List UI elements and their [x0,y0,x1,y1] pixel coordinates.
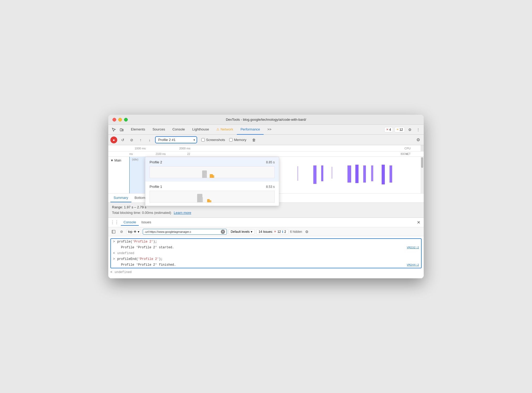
profile-2-time: 8.85 s [266,160,275,164]
maximize-button[interactable] [124,118,128,122]
minimap-spike-gray-2 [205,173,207,178]
purple-bar-14 [355,165,359,183]
more-options-icon[interactable]: ⋮ [415,126,422,133]
purple-bar-16 [371,165,373,181]
scrollbar-thumb[interactable] [421,157,423,168]
tab-console[interactable]: Console [169,125,189,135]
close-button[interactable] [112,118,116,122]
console-line-profile-end-cmd: profileEnd('Profile 2'); [111,256,421,262]
console-group: profile('Profile 2'); Profile 'Profile 2… [110,238,422,268]
hidden-count: 6 hidden [290,230,302,234]
profile-item-2[interactable]: Profile 2 8.85 s [145,157,279,182]
console-output: profile('Profile 2'); Profile 'Profile 2… [108,236,424,278]
sidebar-toggle-button[interactable] [110,229,117,235]
titlebar: DevTools - blog.google/technology/ai/cod… [108,115,424,125]
context-dropdown-icon: ▾ [138,230,139,234]
devtools-window: DevTools - blog.google/technology/ai/cod… [108,115,424,278]
console-filter[interactable]: -url:https://www.googletagmanager.c ✕ [143,229,227,235]
sub-mark-22: 22 [187,153,190,155]
console-tab-console[interactable]: Console [121,219,139,226]
tab-more[interactable]: >> [264,125,275,135]
profile-arg-1: 'Profile 2' [132,240,153,244]
purple-bar-10 [313,165,316,184]
profile-item-1[interactable]: Profile 1 8.53 s [145,182,279,206]
console-section: ⋮⋮ Console Issues ✕ ⊘ top 👁 ▾ [108,218,424,278]
tab-lighthouse[interactable]: Lighthouse [189,125,213,135]
profile-select-wrapper: Profile 2 #1 Profile 2 Profile 1 ▾ [155,136,197,143]
purple-bar-17 [382,165,385,184]
network-warning-icon: ⚠ [216,127,219,131]
screenshots-checkbox-label[interactable]: Screenshots [201,138,225,142]
screenshots-checkbox[interactable] [201,138,205,142]
settings-icon[interactable]: ⚙ [406,126,413,133]
capture-settings-button[interactable]: ⚙ [415,137,422,143]
checkbox-group: Screenshots Memory 🗑 [201,137,257,143]
net-800-label: 800 m [401,153,408,155]
memory-checkbox-label[interactable]: Memory [229,138,246,142]
tab-summary[interactable]: Summary [110,194,131,202]
purple-bar-18 [390,165,392,183]
context-select[interactable]: top 👁 ▾ [126,229,141,234]
svg-rect-1 [122,129,123,131]
svg-rect-2 [112,230,115,233]
console-settings-icon[interactable]: ⚙ [304,229,310,235]
purple-bar-11 [321,165,323,181]
tab-elements[interactable]: Elements [127,125,149,135]
filter-clear-button[interactable]: ✕ [221,230,225,234]
reload-record-button[interactable]: ↺ [119,137,126,143]
error-icon: ✕ [386,128,388,131]
tab-performance[interactable]: Performance [237,125,264,135]
close-console-button[interactable]: ✕ [415,219,422,226]
console-line-undefined-1: undefined [111,250,421,256]
timeline-ruler: 1000 ms 2000 ms CPU [108,145,424,152]
warning-count-badge[interactable]: ✕ 12 [395,127,405,132]
scrollbar[interactable] [421,157,424,193]
profile-arg-2: 'Profile 2' [138,257,159,261]
clear-console-button[interactable]: ⊘ [118,229,125,235]
profile-select[interactable]: Profile 2 #1 Profile 2 Profile 1 [155,136,197,143]
levels-select[interactable]: Default levels ▾ [228,229,255,234]
warning-icon: ✕ [396,128,399,131]
eye-icon: 👁 [134,230,137,234]
svg-rect-0 [120,129,122,131]
nav-right: ✕ 4 ✕ 12 ⚙ ⋮ [384,126,422,133]
device-toolbar-icon[interactable] [118,126,125,133]
right-labels: CPU [405,147,411,150]
console-tab-issues[interactable]: Issues [139,219,154,226]
sub-mark-2100: 2100 ms [156,153,166,155]
main-timeline-area: ▼ Main (idle) (idle) (...) [108,157,424,194]
sub-ruler: ms 2100 ms 22 NET 800 m [108,152,424,157]
purple-bar-9 [298,166,298,181]
download-button[interactable]: ↓ [146,137,153,143]
record-button[interactable]: ● [110,137,117,143]
purple-bar-12 [332,167,332,179]
purple-bar-15 [363,165,366,183]
undefined-2: undefined [115,270,132,274]
tab-network[interactable]: ⚠ Network [213,125,237,135]
profile-dropdown[interactable]: Profile 2 8.85 s Profile 1 [145,157,279,206]
console-line-profile-started: Profile 'Profile 2' started. VM232:2 [111,245,421,250]
ruler-mark-2000: 2000 ms [179,147,190,150]
memory-checkbox[interactable] [229,138,233,142]
sub-mark-ms: ms [129,153,133,155]
clear-button[interactable]: ⊘ [128,137,135,143]
profile-1-minimap [150,191,275,203]
vm244-link[interactable]: VM244:2 [407,263,419,267]
delete-profile-button[interactable]: 🗑 [250,137,257,143]
console-line-undefined-2: undefined [108,269,424,275]
inspect-icon[interactable] [110,126,117,133]
nav-icons [110,126,125,133]
main-label: ▼ Main [108,159,129,162]
console-drag-handle[interactable]: ⋮⋮ [110,220,119,225]
cpu-label: CPU [405,147,411,150]
vm232-link[interactable]: VM232:2 [407,245,419,250]
purple-bar-13 [347,165,351,183]
upload-button[interactable]: ↑ [137,137,144,143]
window-title: DevTools - blog.google/technology/ai/cod… [226,118,306,122]
error-count-badge[interactable]: ✕ 4 [384,127,393,132]
tab-sources[interactable]: Sources [149,125,169,135]
minimize-button[interactable] [118,118,122,122]
devtools-body: Elements Sources Console Lighthouse ⚠ Ne… [108,125,424,278]
issues-badge: 14 Issues: ✕ 12 ℹ 2 [256,229,289,234]
learn-more-link[interactable]: Learn more [174,211,191,215]
